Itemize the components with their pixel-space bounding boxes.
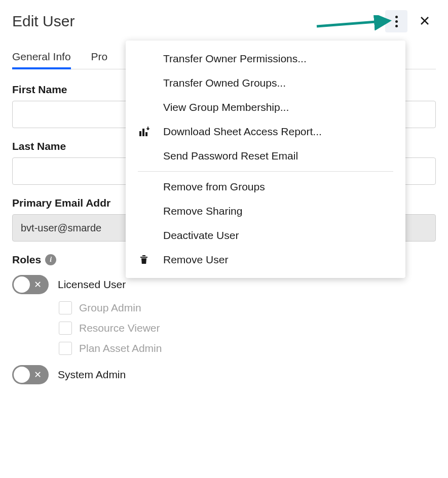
toggle-off-icon: ✕ <box>34 279 42 290</box>
plan-asset-admin-checkbox[interactable] <box>59 342 72 355</box>
more-options-button[interactable] <box>385 10 407 32</box>
menu-transfer-owned-groups[interactable]: Transfer Owned Groups... <box>126 71 405 95</box>
sub-roles-group: Group Admin Resource Viewer Plan Asset A… <box>59 301 436 355</box>
vertical-dots-icon <box>395 16 398 27</box>
tab-profile[interactable]: Pro <box>91 47 108 69</box>
svg-rect-2 <box>139 131 141 136</box>
plan-asset-admin-row: Plan Asset Admin <box>59 342 436 355</box>
svg-rect-4 <box>145 132 147 136</box>
toggle-off-icon: ✕ <box>34 369 42 380</box>
more-options-menu: Transfer Owner Permissions... Transfer O… <box>126 41 405 278</box>
resource-viewer-row: Resource Viewer <box>59 322 436 335</box>
toggle-knob <box>14 276 30 293</box>
menu-download-sheet-access-report[interactable]: Download Sheet Access Report... <box>126 120 405 144</box>
menu-send-password-reset[interactable]: Send Password Reset Email <box>126 144 405 168</box>
system-admin-toggle[interactable]: ✕ <box>12 365 49 384</box>
group-admin-row: Group Admin <box>59 301 436 314</box>
menu-remove-from-groups[interactable]: Remove from Groups <box>126 175 405 199</box>
trash-icon <box>139 255 163 265</box>
licensed-user-toggle[interactable]: ✕ <box>12 275 49 294</box>
menu-divider <box>138 171 393 172</box>
menu-transfer-owner-permissions[interactable]: Transfer Owner Permissions... <box>126 47 405 71</box>
close-icon <box>420 16 430 27</box>
header-actions <box>385 10 436 32</box>
toggle-knob <box>14 367 30 383</box>
svg-rect-6 <box>140 257 147 258</box>
menu-remove-user[interactable]: Remove User <box>126 248 405 272</box>
system-admin-row: ✕ System Admin <box>12 365 436 384</box>
menu-deactivate-user[interactable]: Deactivate User <box>126 223 405 248</box>
download-report-icon <box>139 126 163 137</box>
resource-viewer-label: Resource Viewer <box>79 322 160 334</box>
licensed-user-label: Licensed User <box>58 278 126 291</box>
menu-remove-sharing[interactable]: Remove Sharing <box>126 199 405 223</box>
svg-rect-5 <box>142 255 145 256</box>
close-button[interactable] <box>414 10 436 32</box>
roles-label: Roles <box>12 254 41 266</box>
tab-general-info[interactable]: General Info <box>12 47 71 69</box>
page-title: Edit User <box>12 13 74 30</box>
resource-viewer-checkbox[interactable] <box>59 322 72 335</box>
plan-asset-admin-label: Plan Asset Admin <box>79 342 162 354</box>
dialog-header: Edit User <box>12 10 436 32</box>
group-admin-label: Group Admin <box>79 302 141 314</box>
menu-view-group-membership[interactable]: View Group Membership... <box>126 95 405 120</box>
system-admin-label: System Admin <box>58 369 126 381</box>
info-icon[interactable]: i <box>45 254 56 265</box>
svg-rect-3 <box>142 129 144 136</box>
group-admin-checkbox[interactable] <box>59 301 72 314</box>
